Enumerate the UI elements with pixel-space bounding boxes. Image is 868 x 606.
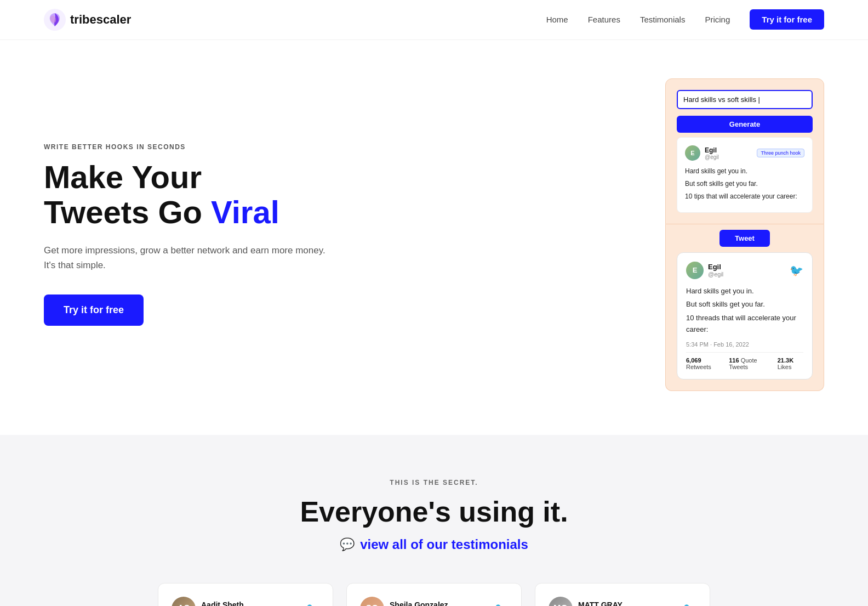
tweet-header: E Egil @egil 🐦 [686, 262, 803, 279]
hero-demo: Generate E Egil @egil Three punch hook [665, 78, 824, 391]
tweet-timestamp: 5:34 PM · Feb 16, 2022 [686, 341, 803, 353]
view-testimonials-label: view all of our testimonials [360, 537, 528, 552]
demo-tweet-button[interactable]: Tweet [719, 230, 770, 247]
demo-card-username: Egil [705, 146, 719, 154]
t-user-0: Aadit Sheth @aaditsh [201, 601, 244, 606]
view-testimonials-link[interactable]: 💬 view all of our testimonials [340, 537, 528, 552]
hero-title-line1: Make Your Tweets Go Viral [44, 159, 279, 230]
nav-testimonials[interactable]: Testimonials [640, 15, 686, 24]
t-twitter-icon-0: 🐦 [306, 602, 319, 606]
testimonial-card-1: SG Sheila Gonzalez @DaneeraGlez 🐦 [346, 583, 522, 606]
t-twitter-icon-1: 🐦 [494, 602, 508, 606]
t-twitter-icon-2: 🐦 [683, 602, 696, 606]
testimonials-row: AS Aadit Sheth @aaditsh 🐦 SG Sheila [44, 583, 824, 606]
logo-icon [44, 9, 66, 31]
nav-pricing[interactable]: Pricing [705, 15, 730, 24]
secret-label: THIS IS THE SECRET. [44, 479, 824, 486]
secret-title: Everyone's using it. [44, 495, 824, 528]
nav-home[interactable]: Home [546, 15, 568, 24]
t-avatar-1: SG [360, 597, 384, 606]
demo-card-handle: @egil [705, 154, 719, 160]
t-name-2: MATT GRAY [578, 601, 623, 606]
logo-text: tribescaler [70, 13, 131, 27]
tweet-user-text: Egil @egil [708, 263, 723, 277]
nav-links: Home Features Testimonials Pricing Try i… [546, 15, 824, 25]
nav-features[interactable]: Features [588, 15, 620, 24]
tweet-body: Hard skills get you in. But soft skills … [686, 286, 803, 336]
t-user-1: Sheila Gonzalez @DaneeraGlez [390, 601, 448, 606]
twitter-bird-icon: 🐦 [790, 264, 803, 277]
demo-hook-badge: Three punch hook [757, 149, 804, 157]
hero-subtitle: Get more impressions, grow a better netw… [44, 243, 329, 273]
tweet-name: Egil [708, 263, 723, 271]
demo-input-row [677, 90, 813, 109]
t-card-header-1: SG Sheila Gonzalez @DaneeraGlez 🐦 [360, 597, 508, 606]
tweet-avatar: E [686, 262, 704, 279]
tweet-retweets: 6,069 Retweets [686, 357, 720, 370]
hero-title-viral: Viral [211, 194, 279, 230]
chat-icon: 💬 [340, 537, 355, 552]
tweet-preview-card: E Egil @egil 🐦 Hard skills get you in. B… [677, 252, 813, 380]
tweet-quote-tweets: 116 Quote Tweets [729, 357, 769, 370]
hero-section: WRITE BETTER HOOKS IN SECONDS Make Your … [0, 40, 868, 435]
testimonial-card-2: MG MATT GRAY matt_gray 🐦 [535, 583, 710, 606]
demo-preview-card: E Egil @egil Three punch hook Hard skill… [677, 137, 813, 213]
hero-label: WRITE BETTER HOOKS IN SECONDS [44, 143, 329, 151]
tweet-handle: @egil [708, 271, 723, 277]
t-name-1: Sheila Gonzalez [390, 601, 448, 606]
tweet-user-info: E Egil @egil [686, 262, 723, 279]
secret-section: THIS IS THE SECRET. Everyone's using it.… [0, 435, 868, 606]
t-card-header-0: AS Aadit Sheth @aaditsh 🐦 [172, 597, 319, 606]
demo-card-avatar: E [685, 145, 700, 161]
t-avatar-0: AS [172, 597, 196, 606]
tweet-likes: 21.3K Likes [778, 357, 803, 370]
t-name-0: Aadit Sheth [201, 601, 244, 606]
demo-top-panel: Generate E Egil @egil Three punch hook [665, 78, 824, 224]
tweet-stats: 6,069 Retweets 116 Quote Tweets 21.3K Li… [686, 357, 803, 370]
hero-cta-button[interactable]: Try it for free [44, 294, 144, 326]
hero-left: WRITE BETTER HOOKS IN SECONDS Make Your … [44, 143, 329, 326]
demo-topic-input[interactable] [677, 90, 813, 109]
nav-cta-button[interactable]: Try it for free [750, 9, 824, 30]
testimonial-card-0: AS Aadit Sheth @aaditsh 🐦 [158, 583, 333, 606]
demo-bottom-panel: Tweet E Egil @egil 🐦 Hard skills get you… [665, 224, 824, 391]
navbar: tribescaler Home Features Testimonials P… [0, 0, 868, 40]
demo-card-header: E Egil @egil Three punch hook [685, 145, 804, 161]
t-avatar-2: MG [549, 597, 573, 606]
hero-title: Make Your Tweets Go Viral [44, 160, 329, 230]
t-card-header-2: MG MATT GRAY matt_gray 🐦 [549, 597, 696, 606]
demo-card-text: Hard skills get you in. But soft skills … [685, 166, 804, 202]
demo-generate-button[interactable]: Generate [677, 116, 813, 133]
t-user-2: MATT GRAY matt_gray [578, 601, 623, 606]
demo-card-user: Egil @egil [705, 146, 719, 160]
logo-link[interactable]: tribescaler [44, 9, 131, 31]
